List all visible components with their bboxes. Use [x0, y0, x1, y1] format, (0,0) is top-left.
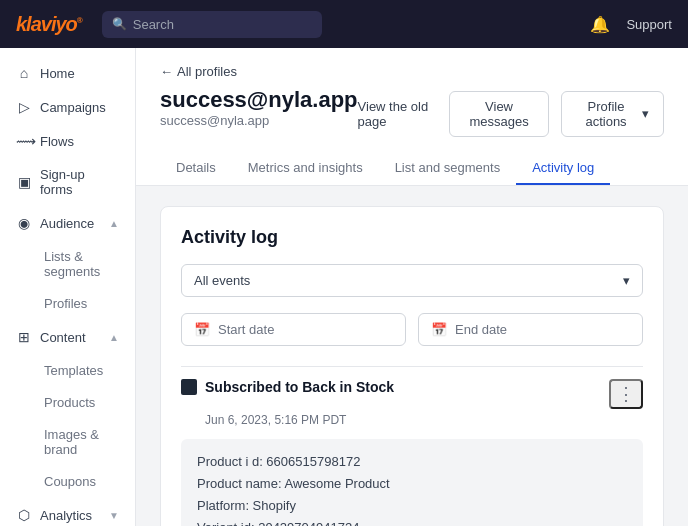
logo: klaviyo®: [16, 13, 82, 36]
sidebar-item-signup-forms[interactable]: ▣ Sign-up forms: [4, 159, 131, 205]
sidebar-item-content[interactable]: ⊞ Content ▲: [4, 321, 131, 353]
event-title: Subscribed to Back in Stock: [205, 379, 394, 395]
sidebar-item-label: Flows: [40, 134, 74, 149]
profile-tabs: Details Metrics and insights List and se…: [160, 152, 664, 185]
profile-header: ← All profiles success@nyla.app success@…: [136, 48, 688, 186]
sidebar-item-label: Home: [40, 66, 75, 81]
sidebar-item-templates[interactable]: Templates: [32, 355, 131, 386]
start-date-label: Start date: [218, 322, 274, 337]
profile-subtitle: success@nyla.app: [160, 113, 358, 128]
home-icon: ⌂: [16, 65, 32, 81]
activity-card: Activity log All events ▾ 📅 Start date: [160, 206, 664, 526]
content-submenu: Templates Products Images & brand Coupon…: [0, 354, 135, 498]
chevron-up-icon: ▲: [109, 332, 119, 343]
sidebar-item-campaigns[interactable]: ▷ Campaigns: [4, 91, 131, 123]
sidebar-item-home[interactable]: ⌂ Home: [4, 57, 131, 89]
profile-actions-row: success@nyla.app success@nyla.app View t…: [160, 87, 664, 140]
sidebar-item-coupons[interactable]: Coupons: [32, 466, 131, 497]
search-input[interactable]: [133, 17, 312, 32]
event-detail-product-id: Product i d: 6606515798172: [197, 451, 627, 473]
event-detail-platform: Platform: Shopify: [197, 495, 627, 517]
tab-details[interactable]: Details: [160, 152, 232, 185]
audience-icon: ◉: [16, 215, 32, 231]
event-date: Jun 6, 2023, 5:16 PM PDT: [205, 413, 643, 427]
sidebar-item-audience[interactable]: ◉ Audience ▲: [4, 207, 131, 239]
event-details: Product i d: 6606515798172 Product name:…: [181, 439, 643, 526]
back-link[interactable]: ← All profiles: [160, 64, 664, 79]
sidebar-item-label: Profiles: [44, 296, 87, 311]
view-messages-button[interactable]: View messages: [449, 91, 549, 137]
campaigns-icon: ▷: [16, 99, 32, 115]
chevron-down-icon: ▾: [642, 106, 649, 121]
event-more-button[interactable]: ⋮: [609, 379, 643, 409]
sidebar-item-label: Lists & segments: [44, 249, 119, 279]
event-item: Subscribed to Back in Stock ⋮ Jun 6, 202…: [181, 366, 643, 526]
date-filter-row: 📅 Start date 📅 End date: [181, 313, 643, 346]
profile-actions-label: Profile actions: [576, 99, 636, 129]
sidebar-item-label: Sign-up forms: [40, 167, 119, 197]
chevron-down-icon: ▼: [109, 510, 119, 521]
view-old-page-link[interactable]: View the old page: [358, 99, 437, 129]
content-icon: ⊞: [16, 329, 32, 345]
main-content: ← All profiles success@nyla.app success@…: [136, 48, 688, 526]
calendar-icon: 📅: [431, 322, 447, 337]
profile-email: success@nyla.app: [160, 87, 358, 113]
filter-row: All events ▾: [181, 264, 643, 297]
sidebar-item-label: Products: [44, 395, 95, 410]
signup-forms-icon: ▣: [16, 174, 32, 190]
calendar-icon: 📅: [194, 322, 210, 337]
sidebar-item-images-brand[interactable]: Images & brand: [32, 419, 131, 465]
sidebar-item-products[interactable]: Products: [32, 387, 131, 418]
sidebar-item-label: Audience: [40, 216, 94, 231]
event-header: Subscribed to Back in Stock ⋮: [181, 379, 643, 409]
sidebar-item-flows[interactable]: ⟿ Flows: [4, 125, 131, 157]
profile-actions-button[interactable]: Profile actions ▾: [561, 91, 664, 137]
top-navigation: klaviyo® 🔍 🔔 Support: [0, 0, 688, 48]
sidebar-item-profiles[interactable]: Profiles: [32, 288, 131, 319]
support-link[interactable]: Support: [626, 17, 672, 32]
tab-list-segments[interactable]: List and segments: [379, 152, 517, 185]
search-box[interactable]: 🔍: [102, 11, 322, 38]
sidebar-item-label: Analytics: [40, 508, 92, 523]
tab-metrics[interactable]: Metrics and insights: [232, 152, 379, 185]
sidebar-item-analytics[interactable]: ⬡ Analytics ▼: [4, 499, 131, 526]
event-type-icon: [181, 379, 197, 395]
event-title-row: Subscribed to Back in Stock: [181, 379, 394, 395]
audience-submenu: Lists & segments Profiles: [0, 240, 135, 320]
profile-identity: success@nyla.app success@nyla.app: [160, 87, 358, 140]
event-filter-dropdown[interactable]: All events ▾: [181, 264, 643, 297]
sidebar-item-lists-segments[interactable]: Lists & segments: [32, 241, 131, 287]
chevron-down-icon: ▾: [623, 273, 630, 288]
search-icon: 🔍: [112, 17, 127, 31]
sidebar-item-label: Templates: [44, 363, 103, 378]
back-arrow-icon: ←: [160, 64, 173, 79]
chevron-up-icon: ▲: [109, 218, 119, 229]
tab-activity-log[interactable]: Activity log: [516, 152, 610, 185]
end-date-input[interactable]: 📅 End date: [418, 313, 643, 346]
event-filter-label: All events: [194, 273, 250, 288]
logo-text: klaviyo: [16, 13, 77, 35]
sidebar: ⌂ Home ▷ Campaigns ⟿ Flows ▣ Sign-up for…: [0, 48, 136, 526]
sidebar-item-label: Content: [40, 330, 86, 345]
bell-icon[interactable]: 🔔: [590, 15, 610, 34]
nav-right: 🔔 Support: [590, 15, 672, 34]
analytics-icon: ⬡: [16, 507, 32, 523]
sidebar-item-label: Images & brand: [44, 427, 119, 457]
profile-actions-right: View the old page View messages Profile …: [358, 91, 664, 137]
flows-icon: ⟿: [16, 133, 32, 149]
activity-log-title: Activity log: [181, 227, 643, 248]
sidebar-item-label: Campaigns: [40, 100, 106, 115]
activity-log-content: Activity log All events ▾ 📅 Start date: [136, 186, 688, 526]
back-link-label: All profiles: [177, 64, 237, 79]
event-detail-variant-id: Variant id: 39429704941724: [197, 517, 627, 526]
event-detail-product-name: Product name: Awesome Product: [197, 473, 627, 495]
start-date-input[interactable]: 📅 Start date: [181, 313, 406, 346]
sidebar-item-label: Coupons: [44, 474, 96, 489]
end-date-label: End date: [455, 322, 507, 337]
